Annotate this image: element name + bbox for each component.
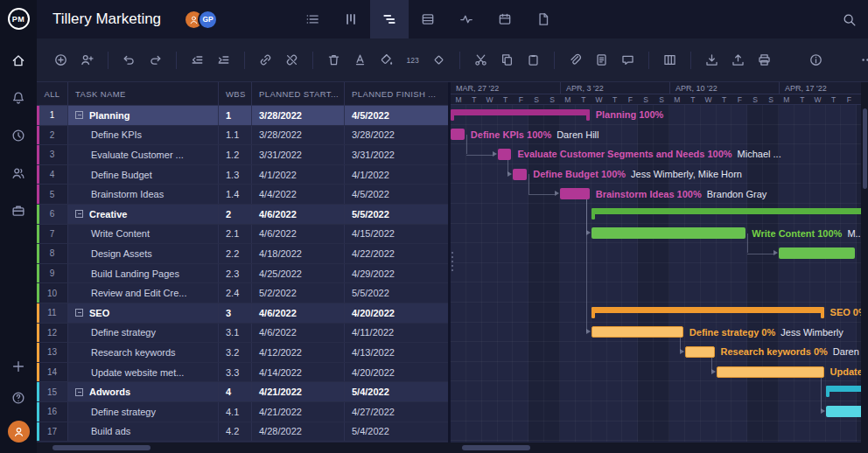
trash-button[interactable] bbox=[322, 49, 346, 72]
cell-wbs[interactable]: 3.2 bbox=[219, 343, 252, 362]
cell-row-number[interactable]: 9 bbox=[37, 264, 68, 283]
sidebar-portfolio-button[interactable] bbox=[10, 202, 27, 220]
cell-task-name[interactable]: Define Budget bbox=[68, 165, 219, 185]
cell-row-number[interactable]: 13 bbox=[37, 343, 68, 362]
table-row[interactable]: 10Review and Edit Cre...2.45/2/20225/5/2… bbox=[37, 283, 448, 303]
cell-planned-finish[interactable]: 5/4/2022 bbox=[345, 382, 448, 401]
cell-planned-start[interactable]: 5/2/2022 bbox=[252, 283, 345, 303]
cell-planned-start[interactable]: 4/6/2022 bbox=[252, 205, 345, 224]
vertical-scrollbar-thumb[interactable] bbox=[863, 108, 867, 189]
cell-row-number[interactable]: 4 bbox=[37, 165, 68, 185]
cell-wbs[interactable]: 1.4 bbox=[219, 185, 252, 204]
horizontal-scrollbar[interactable] bbox=[37, 443, 868, 453]
column-header-planned-start[interactable]: PLANNED START... bbox=[252, 82, 345, 105]
print-button[interactable] bbox=[752, 49, 776, 72]
cell-planned-start[interactable]: 3/31/2022 bbox=[252, 145, 345, 164]
cell-planned-start[interactable]: 4/1/2022 bbox=[252, 165, 345, 185]
cell-wbs[interactable]: 4.1 bbox=[219, 402, 252, 422]
sidebar-home-button[interactable] bbox=[10, 52, 27, 69]
cell-wbs[interactable]: 3.3 bbox=[219, 363, 252, 382]
gantt-bar-planning[interactable] bbox=[451, 129, 465, 140]
attach-button[interactable] bbox=[564, 49, 587, 72]
cell-planned-finish[interactable]: 5/4/2022 bbox=[345, 422, 448, 442]
cell-row-number[interactable]: 7 bbox=[37, 225, 68, 244]
cell-planned-start[interactable]: 4/6/2022 bbox=[252, 303, 345, 323]
cell-task-name[interactable]: Evaluate Customer ... bbox=[68, 145, 219, 164]
column-header-select[interactable]: ALL bbox=[37, 82, 68, 105]
cell-row-number[interactable]: 11 bbox=[37, 303, 68, 323]
cell-planned-finish[interactable]: 4/20/2022 bbox=[345, 303, 448, 323]
cell-row-number[interactable]: 15 bbox=[37, 382, 68, 401]
cell-row-number[interactable]: 14 bbox=[37, 363, 68, 382]
cell-planned-start[interactable]: 4/6/2022 bbox=[252, 225, 345, 244]
cell-planned-start[interactable]: 4/4/2022 bbox=[252, 185, 345, 204]
milestone-button[interactable] bbox=[427, 49, 451, 72]
cell-wbs[interactable]: 2.4 bbox=[219, 283, 252, 303]
cell-wbs[interactable]: 2.3 bbox=[219, 264, 252, 283]
sidebar-recent-button[interactable] bbox=[10, 127, 27, 144]
cell-planned-start[interactable]: 4/21/2022 bbox=[252, 402, 345, 422]
cell-wbs[interactable]: 4 bbox=[219, 382, 252, 401]
table-row[interactable]: 1Planning13/28/20224/5/2022 bbox=[37, 106, 448, 126]
gantt-bar-planning[interactable] bbox=[498, 149, 512, 160]
collapse-toggle-icon[interactable] bbox=[75, 309, 83, 317]
cell-row-number[interactable]: 16 bbox=[37, 402, 68, 422]
calendar-view-button[interactable] bbox=[486, 0, 524, 38]
cell-task-name[interactable]: Define strategy bbox=[68, 402, 219, 422]
cell-task-name[interactable]: Build ads bbox=[68, 422, 219, 442]
collapse-toggle-icon[interactable] bbox=[75, 210, 83, 218]
fill-button[interactable] bbox=[374, 49, 398, 72]
cell-planned-finish[interactable]: 4/29/2022 bbox=[345, 264, 448, 283]
add-user-button[interactable] bbox=[75, 49, 99, 72]
sidebar-team-button[interactable] bbox=[10, 164, 27, 182]
gantt-bar-adwords[interactable] bbox=[826, 406, 861, 417]
cell-task-name[interactable]: Research keywords bbox=[68, 343, 219, 362]
list-view-button[interactable] bbox=[293, 0, 332, 38]
cell-task-name[interactable]: Define strategy bbox=[68, 324, 219, 343]
undo-button[interactable] bbox=[117, 49, 141, 72]
add-task-button[interactable] bbox=[49, 49, 73, 72]
table-row[interactable]: 16Define strategy4.14/21/20224/27/2022 bbox=[37, 402, 448, 422]
sheet-view-button[interactable] bbox=[409, 0, 447, 38]
cell-planned-finish[interactable]: 4/27/2022 bbox=[345, 402, 448, 422]
gantt-scrollbar-thumb[interactable] bbox=[462, 445, 530, 450]
outdent-button[interactable] bbox=[186, 49, 209, 72]
cell-task-name[interactable]: Write Content bbox=[68, 225, 219, 244]
cell-planned-finish[interactable]: 4/22/2022 bbox=[345, 244, 448, 263]
table-row[interactable]: 13Research keywords3.24/12/20224/13/2022 bbox=[37, 343, 448, 363]
document-view-button[interactable] bbox=[524, 0, 563, 38]
cell-row-number[interactable]: 5 bbox=[37, 185, 68, 204]
export-button[interactable] bbox=[726, 49, 750, 72]
link-button[interactable] bbox=[254, 49, 277, 72]
column-header-task-name[interactable]: TASK NAME bbox=[68, 82, 219, 105]
gantt-bar-seo[interactable] bbox=[592, 326, 683, 338]
table-row[interactable]: 3Evaluate Customer ...1.23/31/20223/31/2… bbox=[37, 145, 448, 165]
cell-planned-finish[interactable]: 4/13/2022 bbox=[345, 343, 448, 362]
table-row[interactable]: 12Define strategy3.14/6/20224/11/2022 bbox=[37, 324, 448, 344]
gantt-bar-planning[interactable] bbox=[451, 109, 590, 115]
cell-planned-finish[interactable]: 4/20/2022 bbox=[345, 363, 448, 382]
cell-wbs[interactable]: 2.2 bbox=[219, 244, 252, 263]
gantt-bar-planning[interactable] bbox=[513, 169, 527, 180]
collapse-toggle-icon[interactable] bbox=[75, 388, 83, 396]
table-row[interactable]: 14Update website met...3.34/14/20224/20/… bbox=[37, 363, 448, 383]
cell-row-number[interactable]: 10 bbox=[37, 283, 68, 303]
cell-wbs[interactable]: 4.2 bbox=[219, 422, 252, 442]
cell-planned-start[interactable]: 4/25/2022 bbox=[252, 264, 345, 283]
table-row[interactable]: 6Creative24/6/20225/5/2022 bbox=[37, 205, 448, 225]
cell-task-name[interactable]: Planning bbox=[68, 106, 219, 125]
import-button[interactable] bbox=[700, 49, 724, 72]
cell-task-name[interactable]: Update website met... bbox=[68, 363, 219, 382]
cell-task-name[interactable]: Review and Edit Cre... bbox=[68, 283, 219, 303]
cell-planned-finish[interactable]: 4/5/2022 bbox=[345, 106, 448, 125]
profile-avatar[interactable] bbox=[8, 421, 30, 443]
gantt-bar-seo[interactable] bbox=[717, 366, 824, 378]
cell-planned-start[interactable]: 4/6/2022 bbox=[252, 324, 345, 343]
cell-planned-finish[interactable]: 4/5/2022 bbox=[345, 185, 448, 204]
sidebar-add-button[interactable] bbox=[10, 358, 27, 375]
cell-planned-finish[interactable]: 4/1/2022 bbox=[345, 165, 448, 185]
table-scrollbar-thumb[interactable] bbox=[52, 445, 150, 450]
table-row[interactable]: 4Define Budget1.34/1/20224/1/2022 bbox=[37, 165, 448, 185]
cell-planned-start[interactable]: 4/28/2022 bbox=[252, 422, 345, 442]
more-button[interactable] bbox=[856, 49, 868, 72]
